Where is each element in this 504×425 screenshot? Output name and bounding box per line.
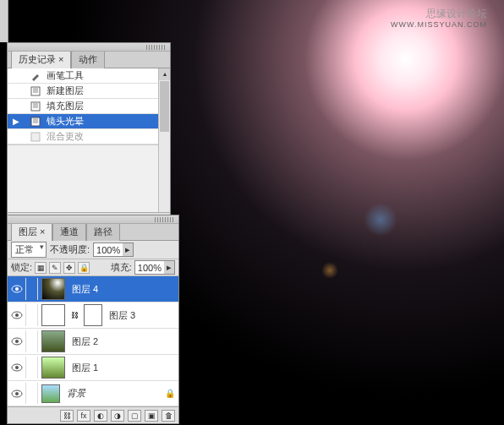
svg-point-10: [15, 340, 19, 343]
layer-name[interactable]: 图层 3: [106, 309, 178, 322]
tab-layers[interactable]: 图层 ×: [11, 222, 52, 241]
new-layer-icon: [28, 85, 43, 97]
history-item-future[interactable]: 混合更改: [8, 129, 170, 144]
history-item[interactable]: 画笔工具: [8, 68, 170, 84]
history-label: 混合更改: [47, 130, 84, 143]
layer-thumbnail[interactable]: [41, 278, 65, 300]
layer-list: 图层 4 ⛓ 图层 3 图层 2 图层 1 背景 🔒: [8, 276, 178, 406]
history-panel: 历史记录 × 动作 画笔工具 新建图层 填充图层 ▶ 镜头光晕 混合更改: [7, 42, 171, 230]
layer-mask-button[interactable]: ◐: [94, 410, 107, 422]
tab-paths[interactable]: 路径: [86, 222, 120, 241]
chevron-right-icon[interactable]: ▸: [164, 261, 174, 274]
history-item-selected[interactable]: ▶ 镜头光晕: [8, 114, 170, 129]
scroll-up-icon[interactable]: ▴: [159, 68, 170, 80]
history-item[interactable]: 填充图层: [8, 99, 170, 114]
lock-transparent-icon[interactable]: ▦: [35, 262, 47, 274]
layer-name[interactable]: 图层 2: [68, 335, 178, 348]
layer-thumbnail[interactable]: [41, 330, 65, 352]
panel-grip[interactable]: [8, 43, 170, 52]
delete-layer-button[interactable]: 🗑: [162, 410, 175, 422]
app-edge: [0, 0, 8, 42]
adjustment-layer-button[interactable]: ◑: [111, 410, 124, 422]
brush-icon: [28, 70, 43, 82]
layer-thumbnail[interactable]: [41, 384, 60, 403]
svg-rect-3: [31, 133, 40, 141]
layer-name[interactable]: 背景: [63, 387, 165, 400]
lock-all-icon[interactable]: 🔒: [78, 262, 90, 274]
fill-input[interactable]: 100%▸: [134, 260, 175, 275]
blend-change-icon: [28, 131, 43, 143]
layer-style-button[interactable]: fx: [77, 410, 90, 422]
opacity-label: 不透明度:: [50, 243, 90, 256]
watermark-title: 思缘设计论坛: [426, 7, 487, 21]
layer-row[interactable]: 背景 🔒: [8, 381, 178, 406]
new-layer-button[interactable]: ▣: [145, 410, 158, 422]
layer-name[interactable]: 图层 4: [68, 283, 178, 296]
svg-point-14: [15, 392, 19, 395]
history-tabs: 历史记录 × 动作: [8, 52, 170, 68]
scrollbar[interactable]: ▴: [158, 68, 170, 212]
lens-flare-icon: [28, 116, 43, 128]
history-label: 新建图层: [47, 84, 84, 97]
layers-panel: 图层 × 通道 路径 正常 不透明度: 100%▸ 锁定: ▦ ✎ ✥ 🔒 填充…: [7, 215, 179, 424]
watermark-url: WWW.MISSYUAN.COM: [391, 20, 487, 29]
layer-thumbnail[interactable]: [41, 357, 65, 379]
lock-indicator-icon: 🔒: [165, 389, 178, 398]
layer-options-row: 正常 不透明度: 100%▸: [8, 241, 178, 259]
layer-mask-thumbnail[interactable]: [84, 304, 102, 326]
layer-row-selected[interactable]: 图层 4: [8, 276, 178, 302]
opacity-input[interactable]: 100%▸: [93, 242, 134, 257]
layer-name[interactable]: 图层 1: [68, 362, 178, 374]
lock-label: 锁定:: [11, 261, 32, 274]
blend-mode-select[interactable]: 正常: [11, 242, 47, 258]
visibility-toggle[interactable]: [8, 357, 26, 379]
tab-channels[interactable]: 通道: [52, 222, 86, 241]
svg-point-12: [15, 366, 19, 369]
tab-history[interactable]: 历史记录 ×: [11, 50, 71, 68]
scroll-thumb[interactable]: [160, 81, 169, 132]
history-pointer-icon: ▶: [8, 117, 25, 126]
history-label: 镜头光晕: [47, 115, 84, 128]
tab-actions[interactable]: 动作: [71, 50, 105, 68]
layer-row[interactable]: 图层 1: [8, 355, 178, 381]
layer-row[interactable]: 图层 2: [8, 329, 178, 355]
history-item[interactable]: 新建图层: [8, 84, 170, 99]
chevron-right-icon[interactable]: ▸: [123, 243, 133, 256]
link-layers-button[interactable]: ⛓: [60, 410, 74, 422]
layer-group-button[interactable]: ▢: [128, 410, 141, 422]
lock-pixels-icon[interactable]: ✎: [49, 262, 61, 274]
layers-footer: ⛓ fx ◐ ◑ ▢ ▣ 🗑: [8, 406, 178, 423]
visibility-toggle[interactable]: [8, 383, 26, 404]
svg-point-8: [15, 313, 19, 317]
fill-layer-icon: [28, 101, 43, 112]
history-list: 画笔工具 新建图层 填充图层 ▶ 镜头光晕 混合更改: [8, 68, 170, 212]
layer-row[interactable]: ⛓ 图层 3: [8, 302, 178, 329]
layers-tabs: 图层 × 通道 路径: [8, 224, 178, 241]
lock-position-icon[interactable]: ✥: [63, 262, 75, 274]
visibility-toggle[interactable]: [8, 330, 26, 352]
visibility-toggle[interactable]: [8, 304, 26, 326]
history-empty-area: [8, 144, 170, 212]
layer-thumbnail[interactable]: [41, 304, 65, 326]
history-label: 填充图层: [47, 100, 84, 112]
svg-point-6: [15, 287, 19, 291]
lens-flare-spot: [321, 262, 338, 279]
link-icon[interactable]: ⛓: [68, 311, 80, 319]
lock-row: 锁定: ▦ ✎ ✥ 🔒 填充: 100%▸: [8, 259, 178, 276]
panel-grip[interactable]: [8, 215, 178, 224]
fill-label: 填充:: [111, 261, 132, 274]
history-label: 画笔工具: [47, 69, 84, 82]
lens-flare-spot: [364, 203, 397, 237]
visibility-toggle[interactable]: [8, 278, 26, 300]
